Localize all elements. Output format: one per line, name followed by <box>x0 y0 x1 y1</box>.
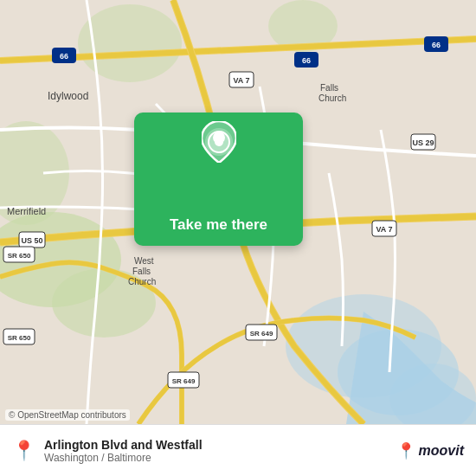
map-pin-svg <box>202 121 236 163</box>
svg-text:US 50: US 50 <box>21 236 42 245</box>
svg-text:Falls: Falls <box>132 267 151 276</box>
location-name: Arlington Blvd and Westfall <box>44 438 203 452</box>
svg-text:Idylwood: Idylwood <box>48 90 88 102</box>
svg-text:SR 650: SR 650 <box>8 252 31 260</box>
bottom-bar: 📍 Arlington Blvd and Westfall Washington… <box>0 424 476 476</box>
svg-text:SR 650: SR 650 <box>8 334 31 342</box>
moovit-pin-icon: 📍 <box>396 441 415 460</box>
svg-text:66: 66 <box>432 41 441 49</box>
location-region: Washington / Baltimore <box>44 452 203 464</box>
moovit-logo: 📍 moovit <box>396 441 464 460</box>
location-info: Arlington Blvd and Westfall Washington /… <box>44 438 203 464</box>
svg-text:SR 649: SR 649 <box>172 377 196 385</box>
cta-card[interactable]: Take me there <box>134 113 303 246</box>
svg-text:66: 66 <box>302 56 311 65</box>
svg-text:Church: Church <box>318 93 346 103</box>
svg-text:VA 7: VA 7 <box>233 76 249 85</box>
svg-text:Church: Church <box>128 277 156 286</box>
svg-text:66: 66 <box>60 52 68 61</box>
svg-text:Merrifield: Merrifield <box>7 206 46 216</box>
svg-text:SR 649: SR 649 <box>250 330 273 338</box>
cta-button-label: Take me there <box>170 216 267 234</box>
svg-text:Falls: Falls <box>320 83 338 93</box>
moovit-brand-text: moovit <box>419 443 464 459</box>
map-area: 66 66 66 US 30 US 50 VA 7 VA 7 US 29 SR … <box>0 0 476 424</box>
bottom-pin-icon: 📍 <box>12 440 35 462</box>
svg-text:VA 7: VA 7 <box>376 225 392 234</box>
svg-point-45 <box>213 132 225 144</box>
svg-text:West: West <box>134 256 154 266</box>
osm-attribution: © OpenStreetMap contributors <box>5 409 130 421</box>
svg-text:US 29: US 29 <box>412 138 434 147</box>
